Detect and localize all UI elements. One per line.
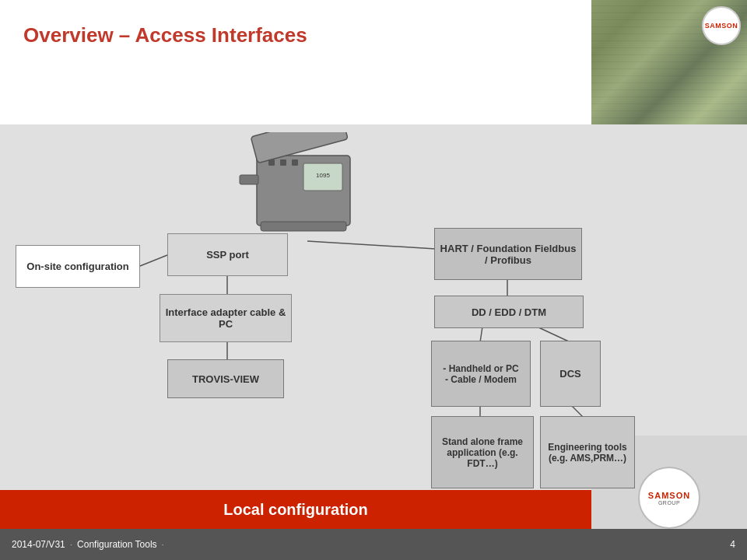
box-interface: Interface adapter cable & PC <box>160 294 292 342</box>
box-standalone: Stand alone frame application (e.g. FDT…… <box>431 416 534 488</box>
samson-logo-bottom: SAMSON GROUP <box>638 467 700 529</box>
dcs-label: DCS <box>559 368 580 380</box>
box-hart: HART / Foundation Fieldbus / Profibus <box>434 228 582 280</box>
footer-version: 2014-07/V31 <box>12 539 65 550</box>
footer-section: Configuration Tools <box>77 539 157 550</box>
page-title: Overview – Access Interfaces <box>23 23 307 47</box>
samson-logo-top-text: SAMSON <box>705 22 738 30</box>
box-engineering: Engineering tools (e.g. AMS,PRM…) <box>540 416 635 488</box>
header-area <box>0 0 591 124</box>
svg-rect-8 <box>261 222 346 231</box>
footer: 2014-07/V31 · Configuration Tools · 4 <box>0 529 747 560</box>
interface-label: Interface adapter cable & PC <box>165 306 286 330</box>
box-handheld: - Handheld or PC - Cable / Modem <box>431 341 531 407</box>
hart-label: HART / Foundation Fieldbus / Profibus <box>440 243 577 266</box>
slide: SAMSON Overview – Access Interfaces 1095 <box>0 0 747 560</box>
local-config-banner: Local configuration <box>0 490 591 529</box>
svg-rect-7 <box>292 159 298 166</box>
samson-group-text: GROUP <box>658 500 680 506</box>
ssp-label: SSP port <box>206 249 249 261</box>
footer-page: 4 <box>730 539 735 550</box>
footer-sep2: · <box>162 539 164 550</box>
box-dd: DD / EDD / DTM <box>434 296 584 328</box>
trovis-label: TROVIS-VIEW <box>192 373 259 385</box>
svg-rect-4 <box>240 175 258 184</box>
onsite-label: On-site configuration <box>26 261 128 272</box>
samson-logo-top: SAMSON <box>702 6 741 45</box>
footer-sep1: · <box>70 539 72 550</box>
samson-logo-bottom-text: SAMSON <box>648 491 690 500</box>
svg-rect-6 <box>280 159 286 166</box>
box-ssp: SSP port <box>167 233 288 276</box>
standalone-label: Stand alone frame application (e.g. FDT…… <box>437 436 528 469</box>
device-image: 1095 <box>218 132 389 241</box>
handheld-label: - Handheld or PC - Cable / Modem <box>443 363 518 385</box>
svg-text:1095: 1095 <box>316 172 330 179</box>
box-dcs: DCS <box>540 341 601 407</box>
box-onsite: On-site configuration <box>16 245 140 288</box>
dd-label: DD / EDD / DTM <box>472 306 546 318</box>
svg-rect-5 <box>268 159 275 166</box>
box-trovis: TROVIS-VIEW <box>167 359 284 398</box>
local-config-text: Local configuration <box>223 501 368 519</box>
engineering-label: Engineering tools (e.g. AMS,PRM…) <box>545 442 630 464</box>
